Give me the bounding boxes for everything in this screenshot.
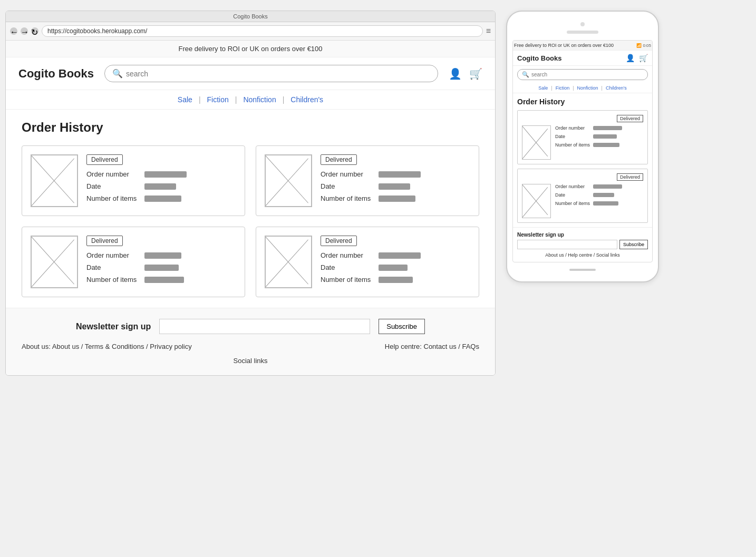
mobile-items-value (593, 201, 618, 206)
help-links: Help centre: Contact us / FAQs (385, 343, 479, 350)
mobile-order-body: Order number Date Number of items (522, 184, 643, 218)
order-number-label: Order number (86, 251, 144, 259)
browser-menu-icon[interactable]: ≡ (486, 26, 491, 36)
mobile-logo: Cogito Books (517, 54, 562, 62)
mobile-order-number-field: Order number (555, 184, 643, 189)
date-field: Date (86, 182, 236, 190)
order-number-field: Order number (86, 170, 236, 178)
mobile-search-input[interactable] (531, 72, 643, 77)
date-label: Date (321, 182, 379, 190)
order-image (31, 236, 78, 288)
nav-childrens[interactable]: Children's (290, 95, 323, 104)
refresh-button[interactable]: ↻ (31, 27, 38, 35)
date-label: Date (86, 263, 144, 271)
order-number-label: Order number (321, 251, 379, 259)
mobile-order-top: Delivered (522, 173, 643, 181)
browser-toolbar: ← → ↻ ≡ (6, 22, 495, 41)
mobile-order-card: Delivered Order number Date (517, 110, 648, 164)
page-title: Order History (22, 120, 479, 135)
footer-links: About us: About us / Terms & Conditions … (22, 343, 479, 350)
phone-screen: Free delivery to ROI or UK on orders ove… (512, 40, 653, 262)
mobile-nav-fiction[interactable]: Fiction (556, 85, 570, 91)
phone-speaker (567, 31, 598, 34)
order-details: Delivered Order number Date Number of it… (86, 154, 236, 207)
account-icon[interactable]: 👤 (449, 67, 462, 80)
items-value (379, 196, 415, 202)
mobile-items-label: Number of items (555, 201, 593, 206)
mobile-order-number-value (593, 126, 622, 130)
header-icons: 👤 🛒 (449, 67, 482, 80)
main-nav: Sale | Fiction | Nonfiction | Children's (6, 90, 495, 110)
image-placeholder (265, 155, 312, 207)
newsletter-input[interactable] (159, 319, 370, 334)
mobile-order-body: Order number Date Number of items (522, 125, 643, 160)
browser-title: Cogito Books (233, 13, 267, 19)
mobile-account-icon[interactable]: 👤 (626, 54, 635, 62)
date-field: Date (321, 182, 470, 190)
items-field: Number of items (86, 276, 236, 284)
image-placeholder (31, 155, 77, 207)
mobile-search-bar[interactable]: 🔍 (517, 69, 648, 80)
desktop-browser: Cogito Books ← → ↻ ≡ Free delivery to RO… (5, 11, 496, 376)
order-number-value (379, 171, 421, 178)
forward-button[interactable]: → (21, 27, 28, 35)
page-content: Order History Delivered Order number (6, 110, 495, 308)
mobile-header-icons: 👤 🛒 (626, 54, 648, 62)
mobile-nav-childrens[interactable]: Children's (606, 85, 627, 91)
image-placeholder (265, 236, 312, 288)
mobile-footer-links: About us / Help centre / Social links (517, 252, 648, 258)
status-icons: 📶 0:05 (636, 43, 651, 48)
mobile-phone: Free delivery to ROI or UK on orders ove… (506, 11, 659, 376)
mobile-newsletter-input[interactable] (517, 240, 617, 249)
order-card: Delivered Order number Date Number of it… (22, 227, 245, 297)
search-icon: 🔍 (112, 69, 123, 79)
browser-titlebar: Cogito Books (6, 11, 495, 22)
mobile-newsletter-row: Subscribe (517, 240, 648, 249)
phone-outer: Free delivery to ROI or UK on orders ove… (506, 11, 659, 282)
items-value (379, 277, 413, 283)
footer-social: Social links (22, 357, 479, 365)
mobile-cart-icon[interactable]: 🛒 (639, 54, 648, 62)
mobile-nav-sale[interactable]: Sale (538, 85, 548, 91)
newsletter-row: Newsletter sign up Subscribe (22, 319, 479, 334)
site-footer: Newsletter sign up Subscribe About us: A… (6, 308, 495, 375)
order-number-label: Order number (321, 170, 379, 178)
mobile-status-badge: Delivered (617, 173, 643, 181)
site-logo: Cogito Books (18, 67, 94, 81)
nav-nonfiction[interactable]: Nonfiction (243, 95, 276, 104)
search-input[interactable] (126, 70, 430, 78)
order-number-value (144, 252, 181, 259)
mobile-nav: Sale | Fiction | Nonfiction | Children's (513, 83, 652, 93)
subscribe-button[interactable]: Subscribe (379, 319, 425, 334)
cart-icon[interactable]: 🛒 (469, 67, 482, 80)
url-bar[interactable] (42, 25, 483, 37)
mobile-date-value (593, 134, 617, 139)
about-links: About us: About us / Terms & Conditions … (22, 343, 192, 350)
mobile-items-field: Number of items (555, 142, 643, 148)
back-button[interactable]: ← (10, 27, 17, 35)
mobile-date-field: Date (555, 134, 643, 139)
status-badge: Delivered (86, 236, 123, 246)
mobile-date-value (593, 193, 614, 197)
order-number-field: Order number (321, 170, 470, 178)
promo-banner: Free delivery to ROI or UK on orders ove… (6, 41, 495, 57)
mobile-items-value (593, 143, 619, 147)
phone-home-bar[interactable] (569, 269, 596, 271)
newsletter-label: Newsletter sign up (76, 322, 151, 331)
mobile-order-fields: Order number Date Number of items (555, 125, 643, 160)
mobile-nav-nonfiction[interactable]: Nonfiction (577, 85, 598, 91)
orders-grid: Delivered Order number Date Number of it… (22, 145, 479, 297)
items-field: Number of items (321, 276, 470, 284)
phone-camera (580, 22, 585, 26)
mobile-items-label: Number of items (555, 142, 593, 148)
mobile-order-top: Delivered (522, 115, 643, 122)
order-details: Delivered Order number Date Number of it… (86, 236, 236, 288)
search-bar[interactable]: 🔍 (104, 65, 438, 82)
nav-fiction[interactable]: Fiction (207, 95, 229, 104)
order-card: Delivered Order number Date Number of it… (256, 227, 479, 297)
order-number-field: Order number (321, 251, 470, 259)
nav-sale[interactable]: Sale (178, 95, 192, 104)
order-number-label: Order number (86, 170, 144, 178)
mobile-order-fields: Order number Date Number of items (555, 184, 643, 218)
mobile-subscribe-button[interactable]: Subscribe (619, 240, 648, 249)
